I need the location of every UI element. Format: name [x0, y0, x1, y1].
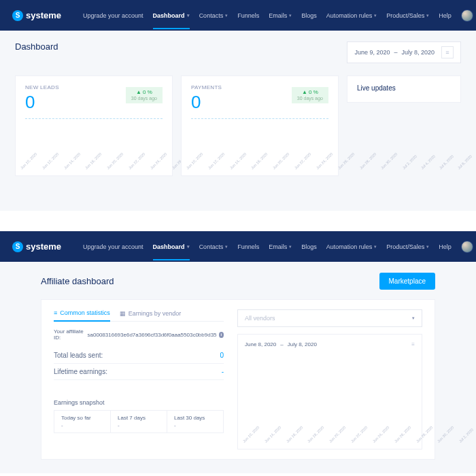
nav-emails[interactable]: Emails▾ — [269, 243, 292, 250]
panel-left: ≡ Common statistics ▦ Earnings by vendor… — [54, 309, 224, 449]
chevron-down-icon: ▾ — [289, 244, 292, 250]
info-icon[interactable]: i — [219, 332, 224, 338]
dashboard-body: Dashboard June 9, 2020 – July 8, 2020 ≡ … — [0, 31, 476, 211]
nav-emails[interactable]: Emails▾ — [269, 12, 292, 19]
stat-card-new-leads[interactable]: NEW LEADS 0 ▲ 0 % 30 days ago Jun 10, 20… — [15, 75, 173, 176]
chevron-down-icon: ▾ — [374, 13, 377, 18]
total-leads-value: 0 — [220, 352, 224, 359]
affiliate-panel: ≡ Common statistics ▦ Earnings by vendor… — [41, 299, 435, 460]
chevron-down-icon: ▾ — [289, 13, 292, 18]
total-leads-row: Total leads sent: 0 — [54, 347, 224, 364]
nav-items: Upgrade your account Dashboard▾ Contacts… — [83, 12, 452, 19]
nav-dashboard[interactable]: Dashboard▾ — [153, 243, 190, 250]
logo-icon: S — [12, 10, 23, 21]
avatar[interactable] — [461, 10, 473, 22]
nav-items: Upgrade your account Dashboard▾ Contacts… — [83, 243, 452, 250]
brand-logo[interactable]: S systeme — [12, 241, 61, 252]
brand-name: systeme — [26, 241, 61, 252]
marketplace-button[interactable]: Marketplace — [379, 273, 435, 290]
chevron-down-icon: ▾ — [374, 244, 377, 250]
sparkline — [191, 118, 328, 119]
chart-xaxis: Jun 10, 2020Jun 12, 2020Jun 14, 2020Jun … — [188, 166, 331, 170]
nav-dashboard[interactable]: Dashboard▾ — [153, 12, 190, 19]
avatar[interactable] — [461, 241, 473, 253]
nav-blogs[interactable]: Blogs — [301, 243, 317, 250]
chevron-down-icon: ▾ — [426, 244, 429, 250]
date-sort-icon[interactable]: ≡ — [441, 46, 454, 58]
panel-right: All vendors ▾ June 8, 2020–July 8, 2020 … — [237, 309, 422, 449]
logo-icon: S — [12, 241, 23, 252]
live-updates-card[interactable]: Live updates — [347, 75, 461, 103]
affiliate-id-value: sa0008316693e6d7a3696cf33d6f0aaa5503c0bb… — [88, 332, 217, 338]
tab-common-statistics[interactable]: ≡ Common statistics — [54, 309, 110, 322]
nav-product-sales[interactable]: Product/Sales▾ — [386, 12, 429, 19]
chevron-down-icon: ▾ — [225, 244, 228, 250]
snapshot-title: Earnings snapshot — [54, 399, 224, 406]
date-from: June 9, 2020 — [354, 49, 390, 56]
nav-right: EN▾ — [461, 10, 476, 22]
nav-funnels[interactable]: Funnels — [237, 12, 259, 19]
snapshot-today: Today so far- — [54, 411, 110, 432]
date-range-picker[interactable]: June 9, 2020 – July 8, 2020 ≡ — [347, 41, 461, 63]
nav-contacts[interactable]: Contacts▾ — [199, 12, 228, 19]
nav-upgrade[interactable]: Upgrade your account — [83, 12, 143, 19]
nav-automation[interactable]: Automation rules▾ — [326, 12, 377, 19]
stat-card-payments[interactable]: PAYMENTS 0 ▲ 0 % 30 days ago Jun 10, 202… — [181, 75, 339, 176]
page-title: Dashboard — [15, 41, 58, 52]
grid-icon: ▦ — [120, 310, 126, 317]
chevron-down-icon: ▾ — [187, 244, 190, 250]
brand-name: systeme — [26, 10, 61, 20]
sort-icon[interactable]: ≡ — [411, 341, 415, 347]
top-nav: S systeme Upgrade your account Dashboard… — [0, 0, 476, 31]
lifetime-earnings-value: - — [222, 368, 224, 375]
stat-change-badge: ▲ 0 % 30 days ago — [292, 87, 328, 103]
nav-blogs[interactable]: Blogs — [301, 12, 317, 19]
chart-xaxis: Jun 10, 2020Jun 14, 2020Jun 16, 2020Jun … — [245, 439, 415, 443]
sparkline — [25, 118, 163, 119]
lifetime-earnings-row: Lifetime earnings: - — [54, 364, 224, 380]
top-nav: S systeme Upgrade your account Dashboard… — [0, 231, 476, 262]
affiliate-body: Affiliate dashboard Marketplace ≡ Common… — [0, 262, 476, 473]
dashboard-section: S systeme Upgrade your account Dashboard… — [0, 0, 476, 211]
nav-contacts[interactable]: Contacts▾ — [199, 243, 228, 250]
chevron-down-icon: ▾ — [426, 13, 429, 18]
earnings-snapshot: Today so far- Last 7 days- Last 30 days- — [54, 410, 224, 433]
page-title: Affiliate dashboard — [41, 276, 114, 286]
nav-upgrade[interactable]: Upgrade your account — [83, 243, 143, 250]
snapshot-7days: Last 7 days- — [110, 411, 167, 432]
affiliate-id-row: Your affiliate ID: sa0008316693e6d7a3696… — [54, 328, 224, 341]
chevron-down-icon: ▾ — [412, 316, 415, 321]
affiliate-section: S systeme Upgrade your account Dashboard… — [0, 231, 476, 476]
nav-product-sales[interactable]: Product/Sales▾ — [386, 243, 429, 250]
vendor-select[interactable]: All vendors ▾ — [237, 309, 422, 327]
nav-right: EN▾ — [461, 241, 476, 253]
chevron-down-icon: ▾ — [225, 13, 228, 18]
stat-change-badge: ▲ 0 % 30 days ago — [126, 87, 163, 103]
list-icon: ≡ — [54, 309, 57, 316]
date-to: July 8, 2020 — [401, 49, 435, 56]
affiliate-tabs: ≡ Common statistics ▦ Earnings by vendor — [54, 309, 224, 322]
chart-xaxis: Jun 10, 2020Jun 12, 2020Jun 14, 2020Jun … — [22, 166, 165, 170]
nav-funnels[interactable]: Funnels — [237, 243, 259, 250]
snapshot-30days: Last 30 days- — [167, 411, 223, 432]
nav-automation[interactable]: Automation rules▾ — [326, 243, 377, 250]
chevron-down-icon: ▾ — [187, 13, 190, 18]
nav-help[interactable]: Help — [439, 12, 452, 19]
nav-help[interactable]: Help — [439, 243, 452, 250]
tab-earnings-by-vendor[interactable]: ▦ Earnings by vendor — [120, 309, 182, 321]
chart-date-range[interactable]: June 8, 2020–July 8, 2020 ≡ — [245, 341, 415, 347]
affiliate-chart: June 8, 2020–July 8, 2020 ≡ Jun 10, 2020… — [237, 334, 422, 449]
live-updates-title: Live updates — [357, 84, 396, 92]
brand-logo[interactable]: S systeme — [12, 10, 61, 21]
